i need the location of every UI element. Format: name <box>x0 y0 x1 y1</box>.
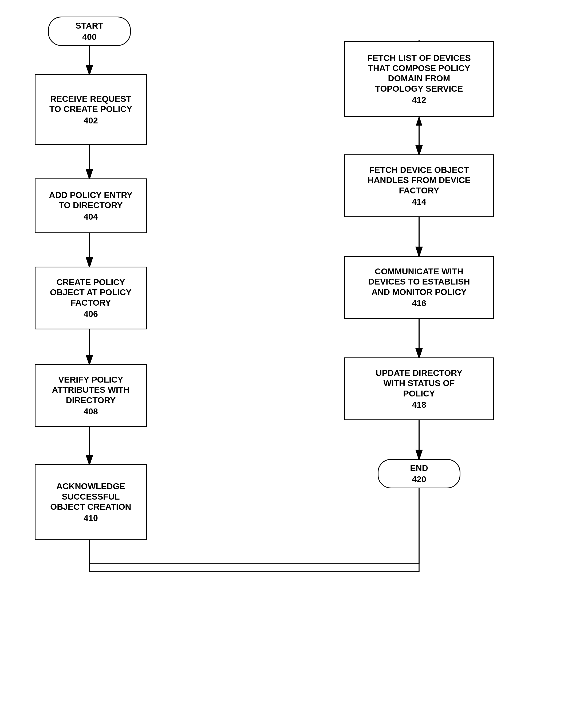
node-414: FETCH DEVICE OBJECT HANDLES FROM DEVICE … <box>344 155 494 217</box>
node-402: RECEIVE REQUEST TO CREATE POLICY 402 <box>35 74 147 145</box>
node-408: VERIFY POLICY ATTRIBUTES WITH DIRECTORY … <box>35 364 147 427</box>
node-406: CREATE POLICY OBJECT AT POLICY FACTORY 4… <box>35 267 147 329</box>
node-418: UPDATE DIRECTORY WITH STATUS OF POLICY 4… <box>344 357 494 420</box>
node-412: FETCH LIST OF DEVICES THAT COMPOSE POLIC… <box>344 41 494 117</box>
start-node: START 400 <box>48 17 131 46</box>
flowchart: START 400 RECEIVE REQUEST TO CREATE POLI… <box>0 0 576 728</box>
node-404: ADD POLICY ENTRY TO DIRECTORY 404 <box>35 179 147 233</box>
node-410: ACKNOWLEDGE SUCCESSFUL OBJECT CREATION 4… <box>35 464 147 540</box>
end-node: END 420 <box>378 459 460 488</box>
node-416: COMMUNICATE WITH DEVICES TO ESTABLISH AN… <box>344 256 494 319</box>
